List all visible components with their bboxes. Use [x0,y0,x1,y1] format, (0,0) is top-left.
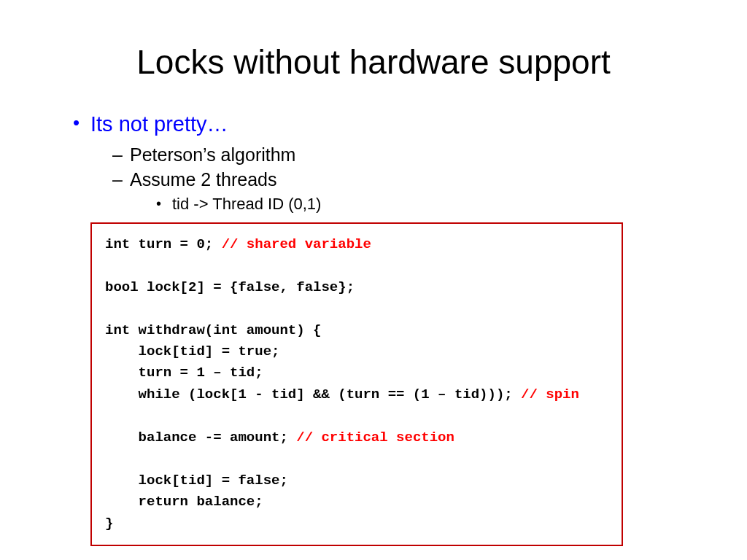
slide-title: Locks without hardware support [0,0,747,90]
code-comment-1: // shared variable [222,236,371,252]
bullet-lvl2-0: Peterson’s algorithm [112,143,703,166]
code-comment-2: // spin [521,386,579,402]
code-line-7: turn = 1 – tid; [105,365,263,381]
bullet-lvl3-0: tid -> Thread ID (0,1) [156,194,703,215]
bullet-lvl2-1-text: Assume 2 threads [130,169,277,190]
slide: Locks without hardware support Its not p… [0,0,747,560]
code-line-12: lock[tid] = false; [105,472,288,489]
code-line-13: return balance; [105,494,263,510]
code-line-10a: balance -= amount; [105,429,296,446]
slide-body: Its not pretty… Peterson’s algorithm Ass… [0,90,747,560]
code-line-6: lock[tid] = true; [105,343,279,359]
bullet-list-lvl1: Its not pretty… Peterson’s algorithm Ass… [73,111,703,215]
code-line-3: bool lock[2] = {false, false}; [105,279,355,295]
bullet-list-lvl2: Peterson’s algorithm Assume 2 threads ti… [90,137,703,215]
code-line-5: int withdraw(int amount) { [105,322,321,338]
code-comment-3: // critical section [296,429,454,446]
bullet-lvl1-0-text: Its not pretty… [90,112,228,136]
code-line-8a: while (lock[1 - tid] && (turn == (1 – ti… [105,386,521,402]
code-line-14: } [105,516,113,532]
code-line-1a: int turn = 0; [105,236,222,252]
bullet-lvl1-0: Its not pretty… Peterson’s algorithm Ass… [73,111,703,215]
code-block: int turn = 0; // shared variable bool lo… [90,222,623,546]
bullet-lvl2-1: Assume 2 threads tid -> Thread ID (0,1) [112,168,703,215]
bullet-list-lvl3: tid -> Thread ID (0,1) [130,191,703,215]
